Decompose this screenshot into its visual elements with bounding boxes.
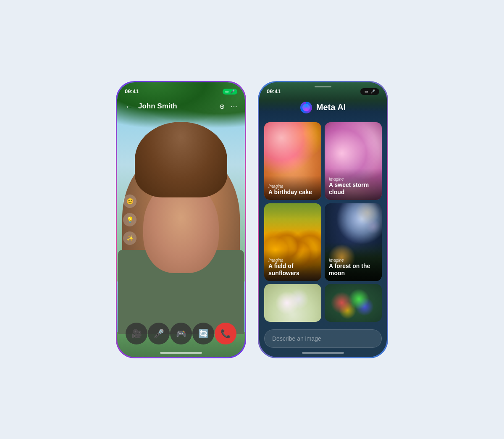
effects-button[interactable]: 🎮 xyxy=(170,323,192,344)
meta-logo-inner xyxy=(302,104,310,111)
storm-cloud-label: Imagine A sweet storm cloud xyxy=(325,168,382,200)
header-actions: ⊕ ⋯ xyxy=(219,103,237,110)
imagine-label: Imagine xyxy=(268,184,317,189)
sunflowers-label: Imagine A field of sunflowers xyxy=(264,250,321,281)
imagine-label: Imagine xyxy=(329,177,378,181)
add-person-button[interactable]: ⊕ xyxy=(219,103,225,110)
bulb-reaction-button[interactable]: 💡 xyxy=(123,213,136,226)
forest-moon-title: A forest on the moon xyxy=(329,263,378,277)
image-grid: Imagine A birthday cake Imagine A sweet … xyxy=(264,122,382,281)
grid-item-storm-cloud[interactable]: Imagine A sweet storm cloud xyxy=(325,122,382,200)
status-bar: 09:41 ▭ 🎤 xyxy=(117,82,245,97)
camera-icon: ▭ xyxy=(365,89,368,94)
video-call-header: ← John Smith ⊕ ⋯ xyxy=(117,97,245,116)
meta-logo xyxy=(300,102,312,113)
sparkle-reaction-button[interactable]: ✨ xyxy=(123,231,136,245)
flip-camera-button[interactable]: 🔄 xyxy=(192,323,214,344)
meta-ai-background: 09:41 ▭ 🎤 Meta AI xyxy=(259,82,387,357)
camera-toggle-button[interactable]: 🎥 xyxy=(126,323,147,344)
birthday-cake-title: A birthday cake xyxy=(268,189,317,196)
meta-ai-header: Meta AI xyxy=(259,97,387,113)
microphone-button[interactable]: 🎤 xyxy=(148,323,170,344)
status-bar: 09:41 ▭ 🎤 xyxy=(259,82,387,97)
right-phone: 09:41 ▭ 🎤 Meta AI xyxy=(258,81,388,358)
bottom-image-row xyxy=(264,284,382,322)
contact-name: John Smith xyxy=(138,102,214,110)
status-time: 09:41 xyxy=(125,88,139,95)
forest-moon-label: Imagine A forest on the moon xyxy=(325,250,382,281)
home-indicator xyxy=(160,352,202,354)
imagine-label: Imagine xyxy=(268,258,317,263)
home-indicator xyxy=(302,352,344,354)
mic-icon: 🎤 xyxy=(370,89,375,94)
sunflowers-title: A field of sunflowers xyxy=(268,263,317,277)
mic-icon: 🎤 xyxy=(230,89,235,94)
describe-image-input[interactable]: Describe an image xyxy=(264,329,382,348)
grid-item-forest-moon[interactable]: Imagine A forest on the moon xyxy=(325,203,382,281)
imagine-label: Imagine xyxy=(329,258,378,263)
dynamic-island: ▭ 🎤 xyxy=(360,88,379,95)
storm-cloud-title: A sweet storm cloud xyxy=(329,181,378,196)
more-options-button[interactable]: ⋯ xyxy=(231,103,237,110)
status-time: 09:41 xyxy=(267,88,281,95)
camera-icon: ▭ xyxy=(225,89,229,94)
rabbit-image[interactable] xyxy=(264,284,321,322)
reaction-buttons: 😊 💡 ✨ xyxy=(123,195,136,245)
phones-container: 09:41 ▭ 🎤 ← John Smith ⊕ ⋯ 😊 💡 ✨ xyxy=(116,81,388,358)
meta-ai-title: Meta AI xyxy=(316,103,346,112)
back-button[interactable]: ← xyxy=(125,102,133,111)
video-call-controls: 🎥 🎤 🎮 🔄 📞 xyxy=(117,323,245,344)
grid-item-sunflowers[interactable]: Imagine A field of sunflowers xyxy=(264,203,321,281)
search-placeholder: Describe an image xyxy=(272,335,321,342)
grid-item-birthday-cake[interactable]: Imagine A birthday cake xyxy=(264,122,321,200)
dynamic-island: ▭ 🎤 xyxy=(223,89,237,95)
left-phone: 09:41 ▭ 🎤 ← John Smith ⊕ ⋯ 😊 💡 ✨ xyxy=(116,81,246,358)
person-hair xyxy=(135,122,227,197)
emoji-reaction-button[interactable]: 😊 xyxy=(123,195,136,208)
birthday-cake-label: Imagine A birthday cake xyxy=(264,176,321,200)
end-call-button[interactable]: 📞 xyxy=(215,323,236,344)
colorful-image[interactable] xyxy=(325,284,382,322)
